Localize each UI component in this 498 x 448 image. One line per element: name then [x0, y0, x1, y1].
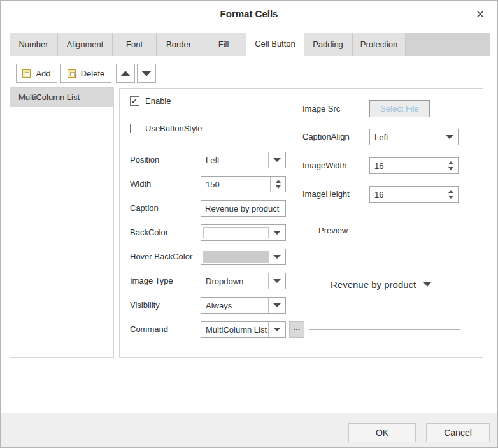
tab-padding[interactable]: Padding: [304, 33, 353, 56]
spinner-down-icon: [276, 185, 281, 189]
add-icon: [22, 69, 31, 78]
tab-number[interactable]: Number: [10, 33, 58, 56]
chevron-down-icon[interactable]: [269, 249, 285, 264]
image-height-label: ImageHeight: [302, 189, 350, 199]
delete-button[interactable]: ✕ Delete: [60, 64, 111, 83]
use-button-style-checkbox[interactable]: UseButtonStyle: [130, 124, 203, 133]
caption-align-dropdown[interactable]: Left: [369, 129, 459, 145]
image-width-label: ImageWidth: [302, 161, 346, 170]
chevron-down-icon[interactable]: [268, 298, 285, 313]
checkbox-checked-icon: ✓: [130, 96, 139, 106]
image-type-label: Image Type: [130, 276, 173, 285]
arrow-down-icon: [141, 71, 152, 76]
title-bar: Format Cells ✕: [1, 1, 497, 31]
command-label: Command: [130, 324, 168, 334]
chevron-down-icon[interactable]: [441, 129, 458, 145]
arrow-up-icon: [120, 71, 131, 76]
hover-backcolor-label: Hover BackColor: [130, 252, 192, 261]
tab-font[interactable]: Font: [113, 33, 157, 56]
tab-border[interactable]: Border: [157, 33, 201, 56]
tab-alignment[interactable]: Alignment: [58, 33, 113, 56]
tab-cell-button[interactable]: Cell Button: [246, 31, 304, 58]
position-label: Position: [130, 155, 159, 164]
spinner-down-icon: [448, 196, 453, 199]
move-down-button[interactable]: [137, 64, 156, 83]
hover-backcolor-dropdown[interactable]: [201, 249, 286, 265]
move-up-button[interactable]: [116, 64, 135, 83]
chevron-down-icon[interactable]: [268, 322, 285, 337]
enable-checkbox[interactable]: ✓ Enable: [130, 96, 171, 106]
add-button-label: Add: [36, 69, 50, 78]
add-button[interactable]: Add: [16, 64, 57, 83]
spinner-up-icon: [276, 180, 281, 183]
spinner-buttons[interactable]: [443, 187, 458, 202]
chevron-down-icon[interactable]: [268, 273, 285, 289]
ok-button[interactable]: OK: [348, 423, 416, 442]
width-spinner[interactable]: 150: [201, 176, 286, 192]
delete-icon: ✕: [68, 69, 76, 78]
list-item-multicolumn-list[interactable]: MultiColumn List: [10, 88, 113, 107]
page-title: Format Cells: [1, 8, 497, 19]
dialog-footer: OK Cancel: [1, 413, 497, 448]
spinner-down-icon: [448, 167, 453, 170]
command-dropdown[interactable]: MultiColumn List: [201, 321, 286, 338]
close-icon[interactable]: ✕: [473, 8, 487, 22]
backcolor-label: BackColor: [130, 228, 168, 237]
image-src-label: Image Src: [302, 104, 340, 113]
use-button-style-label: UseButtonStyle: [145, 124, 203, 133]
width-label: Width: [130, 179, 151, 189]
command-browse-button[interactable]: ...: [289, 321, 304, 338]
cell-button-list: MultiColumn List: [10, 87, 114, 358]
format-cells-dialog: Format Cells ✕ Number Alignment Font Bor…: [0, 0, 498, 448]
spinner-buttons[interactable]: [443, 158, 458, 173]
chevron-down-icon[interactable]: [269, 225, 285, 240]
visibility-dropdown[interactable]: Always: [201, 297, 286, 314]
dropdown-arrow-icon: [423, 282, 431, 287]
position-dropdown[interactable]: Left: [201, 152, 286, 168]
caption-label: Caption: [130, 203, 159, 213]
caption-align-label: CaptionAlign: [302, 132, 350, 141]
backcolor-swatch: [203, 227, 269, 238]
delete-button-label: Delete: [81, 69, 105, 78]
hover-backcolor-swatch: [203, 251, 269, 263]
image-type-dropdown[interactable]: Dropdown: [201, 273, 286, 289]
preview-cell-button[interactable]: Revenue by product: [324, 252, 446, 317]
spinner-buttons[interactable]: [270, 177, 285, 192]
chevron-down-icon[interactable]: [268, 152, 285, 168]
tab-strip: Number Alignment Font Border Fill Cell B…: [10, 33, 490, 56]
enable-label: Enable: [145, 96, 171, 106]
cell-button-settings-panel: ✓ Enable UseButtonStyle Position Left Wi…: [119, 88, 483, 358]
caption-input[interactable]: [201, 200, 286, 217]
spinner-up-icon: [448, 161, 453, 164]
select-file-button[interactable]: Select File: [369, 100, 430, 117]
checkbox-unchecked-icon: [130, 124, 139, 133]
image-width-spinner[interactable]: 16: [369, 157, 459, 174]
preview-group-label: Preview: [316, 226, 350, 235]
cancel-button[interactable]: Cancel: [426, 423, 490, 442]
preview-group: Preview Revenue by product: [309, 231, 460, 330]
tab-protection[interactable]: Protection: [353, 33, 406, 56]
tab-strip-filler: [406, 33, 490, 56]
preview-button-caption: Revenue by product: [331, 279, 416, 290]
spinner-up-icon: [448, 190, 453, 193]
visibility-label: Visibility: [130, 300, 160, 310]
backcolor-dropdown[interactable]: [201, 224, 286, 241]
image-height-spinner[interactable]: 16: [369, 186, 459, 203]
tab-fill[interactable]: Fill: [201, 33, 246, 56]
